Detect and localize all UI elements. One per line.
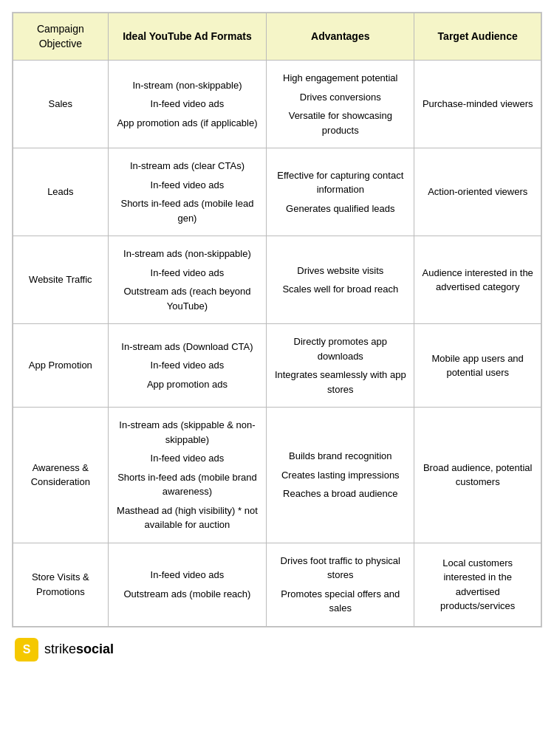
cell-formats: In-stream (non-skippable)In-feed video a… (108, 61, 267, 148)
cell-formats: In-stream ads (clear CTAs)In-feed video … (108, 148, 267, 236)
cell-advantages: High engagement potentialDrives conversi… (267, 61, 414, 148)
format-item: App promotion ads (116, 377, 259, 392)
format-item: In-feed video ads (116, 266, 259, 281)
table-row: LeadsIn-stream ads (clear CTAs)In-feed v… (13, 148, 541, 236)
advantage-item: Creates lasting impressions (274, 468, 406, 483)
cell-formats: In-stream ads (non-skippable)In-feed vid… (108, 236, 267, 324)
advantage-item: Directly promotes app downloads (274, 334, 406, 363)
advantage-item: Drives foot traffic to physical stores (274, 554, 406, 583)
format-item: In-stream ads (non-skippable) (116, 247, 259, 261)
header-objective: Campaign Objective (13, 13, 109, 61)
cell-advantages: Drives foot traffic to physical storesPr… (267, 543, 414, 626)
format-item: Shorts in-feed ads (mobile brand awarene… (116, 470, 259, 499)
cell-objective: Sales (13, 61, 109, 148)
format-item: In-stream ads (clear CTAs) (116, 159, 259, 173)
cell-target: Action-oriented viewers (414, 148, 541, 236)
format-item: In-feed video ads (116, 451, 259, 466)
format-item: In-stream (non-skippable) (116, 78, 259, 93)
cell-advantages: Builds brand recognitionCreates lasting … (267, 408, 414, 543)
format-item: App promotion ads (if applicable) (116, 116, 259, 131)
brand-name: strikesocial (44, 642, 114, 657)
format-item: In-stream ads (skippable & non-skippable… (116, 418, 259, 447)
cell-target: Audience interested in the advertised ca… (414, 236, 541, 324)
logo-icon: S (15, 638, 38, 662)
advantage-item: Reaches a broad audience (274, 487, 406, 501)
table-header-row: Campaign Objective Ideal YouTube Ad Form… (13, 13, 541, 61)
advantage-item: Drives website visits (274, 264, 406, 278)
table-row: SalesIn-stream (non-skippable)In-feed vi… (13, 61, 541, 148)
header-target: Target Audience (414, 13, 541, 61)
table-row: App PromotionIn-stream ads (Download CTA… (13, 324, 541, 408)
cell-formats: In-feed video adsOutstream ads (mobile r… (108, 543, 267, 626)
format-item: In-stream ads (Download CTA) (116, 340, 259, 354)
format-item: In-feed video ads (116, 178, 259, 193)
advantage-item: Generates qualified leads (274, 202, 406, 216)
advantage-item: Drives conversions (274, 90, 406, 105)
advantage-item: Scales well for broad reach (274, 282, 406, 297)
format-item: In-feed video ads (116, 97, 259, 111)
cell-target: Purchase-minded viewers (414, 61, 541, 148)
cell-target: Mobile app users and potential users (414, 324, 541, 408)
footer: S strikesocial (12, 630, 542, 669)
brand-logo: S strikesocial (15, 638, 114, 662)
header-formats: Ideal YouTube Ad Formats (108, 13, 267, 61)
cell-objective: Leads (13, 148, 109, 236)
cell-objective: App Promotion (13, 324, 109, 408)
cell-formats: In-stream ads (Download CTA)In-feed vide… (108, 324, 267, 408)
advantage-item: Versatile for showcasing products (274, 109, 406, 137)
cell-objective: Awareness & Consideration (13, 408, 109, 543)
cell-objective: Website Traffic (13, 236, 109, 324)
format-item: In-feed video ads (116, 358, 259, 373)
cell-formats: In-stream ads (skippable & non-skippable… (108, 408, 267, 543)
table-row: Awareness & ConsiderationIn-stream ads (… (13, 408, 541, 543)
advantage-item: Integrates seamlessly with app stores (274, 368, 406, 396)
cell-target: Broad audience, potential customers (414, 408, 541, 543)
main-table-wrapper: Campaign Objective Ideal YouTube Ad Form… (12, 12, 542, 628)
cell-advantages: Effective for capturing contact informat… (267, 148, 414, 236)
format-item: Masthead ad (high visibility) * not avai… (116, 504, 259, 532)
header-advantages: Advantages (267, 13, 414, 61)
table-row: Website TrafficIn-stream ads (non-skippa… (13, 236, 541, 324)
format-item: Shorts in-feed ads (mobile lead gen) (116, 196, 259, 225)
advantage-item: Builds brand recognition (274, 449, 406, 464)
comparison-table: Campaign Objective Ideal YouTube Ad Form… (13, 13, 541, 627)
cell-advantages: Drives website visitsScales well for bro… (267, 236, 414, 324)
cell-objective: Store Visits & Promotions (13, 543, 109, 626)
advantage-item: Effective for capturing contact informat… (274, 168, 406, 197)
cell-target: Local customers interested in the advert… (414, 543, 541, 626)
format-item: Outstream ads (mobile reach) (116, 587, 259, 602)
format-item: Outstream ads (reach beyond YouTube) (116, 284, 259, 313)
advantage-item: High engagement potential (274, 71, 406, 86)
format-item: In-feed video ads (116, 568, 259, 583)
table-row: Store Visits & PromotionsIn-feed video a… (13, 543, 541, 626)
cell-advantages: Directly promotes app downloadsIntegrate… (267, 324, 414, 408)
advantage-item: Promotes special offers and sales (274, 587, 406, 616)
